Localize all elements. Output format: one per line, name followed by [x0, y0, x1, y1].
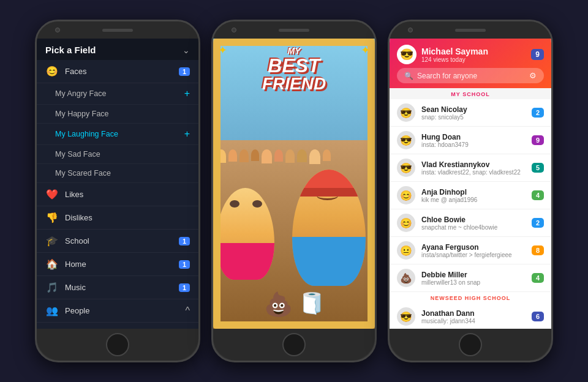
- friend-avatar: 😎: [397, 131, 415, 149]
- friend-item[interactable]: 😊 Anja Dinhopl kik me @ anjad1996 4: [390, 182, 551, 209]
- speaker-2: [279, 29, 309, 32]
- search-bar[interactable]: 🔍 Search for anyone ⚙: [397, 68, 544, 83]
- snap-emoji-bottom: 💩 🧻: [264, 291, 325, 318]
- field-group-item[interactable]: 🎓School1: [37, 230, 198, 253]
- field-badge: 1: [179, 237, 190, 245]
- friend-item[interactable]: 😎 Sean Nicolay snap: snicolay5 2: [390, 99, 551, 127]
- snap-title: MY BEST FRIEND: [262, 46, 326, 92]
- search-placeholder: Search for anyone: [417, 72, 526, 80]
- home-button-1[interactable]: [106, 333, 129, 356]
- field-group-item[interactable]: ❤️Likes: [37, 183, 198, 206]
- friend-avatar: 😎: [397, 307, 415, 326]
- friend-name: Anja Dinhopl: [421, 188, 526, 197]
- speaker-3: [455, 29, 486, 32]
- friend-handle: insta/snap/twitter > fergiefergieee: [421, 252, 526, 258]
- field-group-item[interactable]: 👥People^: [37, 299, 198, 323]
- friend-handle: musically: jdann344: [421, 318, 526, 324]
- speaker-1: [102, 29, 133, 32]
- friend-badge: 5: [532, 163, 544, 173]
- friend-item-newseed[interactable]: 😎 Jonathan Dann musically: jdann344 6: [390, 303, 551, 329]
- home-button-2[interactable]: [282, 333, 306, 356]
- plus-icon[interactable]: +: [184, 88, 190, 99]
- screen-1: Pick a Field ⌄ 😊Faces1My Angry Face+My H…: [37, 39, 198, 329]
- field-icon: 👥: [45, 305, 59, 316]
- gear-icon[interactable]: ⚙: [529, 71, 537, 80]
- friend-item[interactable]: 😎 Hung Doan insta: hdoan3479 9: [390, 127, 551, 154]
- friend-item[interactable]: 😐 Ayana Ferguson insta/snap/twitter > fe…: [390, 237, 551, 264]
- screen-3: 😎 Michael Sayman 124 views today 9 🔍 Sea…: [390, 39, 551, 329]
- friend-name: Ayana Ferguson: [421, 243, 526, 252]
- field-sub-item[interactable]: My Scared Face: [37, 164, 198, 183]
- friend-handle: insta: hdoan3479: [421, 141, 526, 148]
- home-button-3[interactable]: [459, 333, 482, 356]
- fields-title: Pick a Field: [45, 45, 96, 55]
- profile-name: Michael Sayman: [421, 47, 526, 56]
- snap-screen: MY BEST FRIEND ✦ ✦ 💩 🧻: [213, 39, 375, 329]
- friend-item[interactable]: 💩 Debbie Miller millerwiller13 on snap 4: [390, 264, 551, 292]
- friend-handle: kik me @ anjad1996: [421, 197, 526, 203]
- friend-handle: snap: snicolay5: [421, 114, 526, 121]
- phone-top-3: [390, 21, 551, 39]
- profile-screen: 😎 Michael Sayman 124 views today 9 🔍 Sea…: [390, 39, 551, 329]
- friend-avatar: 😐: [397, 241, 415, 260]
- screen-2: MY BEST FRIEND ✦ ✦ 💩 🧻: [213, 39, 375, 329]
- field-group-item[interactable]: 🎵Music1: [37, 276, 198, 299]
- friend-handle: insta: vladkrest22, snap: vladkrest22: [421, 169, 526, 176]
- friend-badge: 8: [532, 245, 544, 255]
- field-group-item[interactable]: 👎Dislikes: [37, 206, 198, 230]
- friend-item[interactable]: 😊 Chloe Bowie snapchat me ~ chloe4bowie …: [390, 209, 551, 237]
- friend-info: Vlad Krestiannykov insta: vladkrest22, s…: [421, 160, 526, 176]
- friend-info: Debbie Miller millerwiller13 on snap: [421, 271, 526, 286]
- field-label: Dislikes: [65, 213, 190, 222]
- plus-icon[interactable]: +: [184, 129, 190, 140]
- field-label: Likes: [65, 190, 190, 199]
- phone-bottom-3: [390, 329, 551, 361]
- fields-header[interactable]: Pick a Field ⌄: [37, 39, 198, 60]
- poop-emoji: 💩: [264, 291, 293, 318]
- phone-top-2: [213, 21, 375, 39]
- front-camera-2: [232, 28, 236, 32]
- friend-badge: 6: [532, 312, 544, 321]
- phone-3: 😎 Michael Sayman 124 views today 9 🔍 Sea…: [388, 20, 553, 362]
- field-group-item[interactable]: 🏠Home1: [37, 253, 198, 276]
- profile-views: 124 views today: [421, 56, 526, 63]
- toilet-paper-emoji: 🧻: [299, 291, 325, 318]
- field-group-item[interactable]: 😊Faces1: [37, 60, 198, 83]
- field-sub-label: My Angry Face: [55, 89, 184, 98]
- field-sub-label: My Sad Face: [55, 150, 190, 159]
- avatar: 😎: [397, 45, 417, 64]
- field-label: Faces: [65, 67, 179, 76]
- field-sub-label: My Happy Face: [55, 110, 190, 118]
- field-label: School: [65, 236, 179, 245]
- field-sub-item[interactable]: My Best Friend+: [37, 323, 198, 329]
- friend-info: Hung Doan insta: hdoan3479: [421, 133, 526, 148]
- chevron-down-icon: ⌄: [183, 45, 190, 55]
- field-sub-item[interactable]: My Angry Face+: [37, 83, 198, 105]
- friend-avatar: 😎: [397, 103, 415, 122]
- plus-icon[interactable]: +: [184, 328, 190, 329]
- profile-header: 😎 Michael Sayman 124 views today 9 🔍 Sea…: [390, 39, 551, 88]
- field-badge: 1: [179, 67, 190, 76]
- front-camera-3: [408, 28, 413, 32]
- field-sub-label: My Laughing Face: [55, 130, 184, 138]
- snap-title-friend: FRIEND: [262, 75, 326, 92]
- phone-1: Pick a Field ⌄ 😊Faces1My Angry Face+My H…: [35, 20, 200, 362]
- friend-avatar: 😊: [397, 214, 415, 232]
- field-icon: 🏠: [45, 258, 59, 270]
- field-sub-item[interactable]: My Sad Face: [37, 145, 198, 164]
- friend-badge: 4: [532, 273, 544, 283]
- friend-badge: 2: [532, 218, 544, 228]
- field-label: Home: [65, 260, 179, 269]
- phone-2: MY BEST FRIEND ✦ ✦ 💩 🧻: [211, 20, 377, 362]
- fields-list: 😊Faces1My Angry Face+My Happy FaceMy Lau…: [37, 60, 198, 329]
- friend-avatar: 😎: [397, 159, 415, 177]
- field-sub-item[interactable]: My Laughing Face+: [37, 124, 198, 145]
- friend-item[interactable]: 😎 Vlad Krestiannykov insta: vladkrest22,…: [390, 154, 551, 182]
- friends-list: 😎 Sean Nicolay snap: snicolay5 2 😎 Hung …: [390, 99, 551, 329]
- friend-name: Jonathan Dann: [421, 309, 526, 318]
- field-badge: 1: [179, 283, 190, 292]
- profile-info: Michael Sayman 124 views today: [421, 47, 526, 63]
- friend-name: Sean Nicolay: [421, 105, 526, 114]
- phone-bottom-1: [37, 329, 198, 361]
- field-sub-item[interactable]: My Happy Face: [37, 105, 198, 124]
